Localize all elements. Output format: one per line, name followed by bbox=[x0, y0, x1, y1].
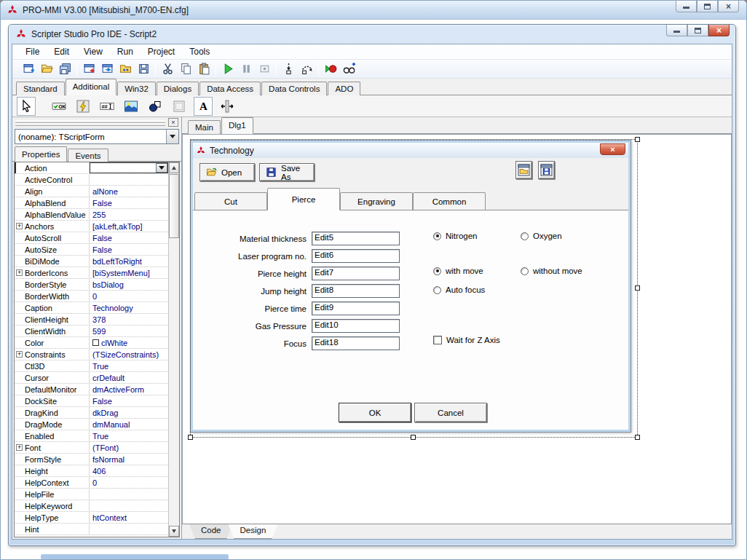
property-value[interactable]: clWhite bbox=[89, 337, 168, 348]
splitter-tool-icon[interactable] bbox=[218, 97, 237, 116]
property-value[interactable]: 599 bbox=[89, 326, 168, 336]
field-edit[interactable]: Edit5 bbox=[312, 232, 400, 245]
property-value[interactable]: True bbox=[89, 430, 168, 441]
resize-handle-bottom-mid[interactable] bbox=[411, 435, 416, 440]
inspector-dock-header[interactable]: × bbox=[14, 118, 180, 127]
palette-tab[interactable]: Data Access bbox=[199, 82, 261, 95]
property-value[interactable]: (TSizeConstraints) bbox=[89, 349, 168, 360]
ide-minimize-button[interactable] bbox=[666, 25, 687, 36]
add-watch-icon[interactable] bbox=[341, 61, 357, 76]
expand-plus-icon[interactable] bbox=[16, 269, 23, 276]
design-canvas[interactable]: Technology × Open bbox=[182, 134, 732, 524]
property-row[interactable]: AutoSize False bbox=[15, 244, 168, 256]
palette-tab[interactable]: Dialogs bbox=[157, 82, 199, 95]
cut-icon[interactable] bbox=[159, 61, 175, 76]
value-dropdown-icon[interactable] bbox=[156, 163, 167, 173]
document-tab[interactable]: Main bbox=[188, 120, 221, 134]
step-into-icon[interactable] bbox=[280, 61, 296, 76]
property-value[interactable] bbox=[89, 174, 168, 185]
property-row[interactable]: ClientHeight 378 bbox=[15, 314, 168, 326]
property-value[interactable]: dmActiveForm bbox=[89, 384, 168, 395]
stop-icon[interactable] bbox=[256, 61, 272, 76]
view-tab[interactable]: Code bbox=[189, 524, 233, 539]
property-row[interactable]: Cursor crDefault bbox=[15, 372, 168, 384]
property-value[interactable]: 378 bbox=[89, 314, 168, 325]
outer-close-button[interactable]: × bbox=[718, 1, 739, 12]
dialog-tab[interactable]: Common bbox=[413, 192, 486, 210]
property-row[interactable]: Height 406 bbox=[15, 465, 168, 477]
shape-tool-icon[interactable] bbox=[146, 97, 165, 116]
view-tab[interactable]: Design bbox=[229, 524, 278, 539]
pause-icon[interactable] bbox=[238, 61, 254, 76]
ide-close-button[interactable]: × bbox=[708, 25, 730, 36]
property-row[interactable]: DefaultMonitor dmActiveForm bbox=[15, 384, 168, 395]
cancel-button[interactable]: Cancel bbox=[414, 403, 487, 422]
property-value[interactable]: alNone bbox=[89, 186, 168, 197]
field-edit[interactable]: Edit7 bbox=[312, 267, 400, 280]
property-row[interactable]: AlphaBlend False bbox=[15, 197, 168, 209]
outer-maximize-button[interactable] bbox=[697, 1, 718, 12]
property-row[interactable]: Action bbox=[15, 162, 168, 174]
chevron-down-icon[interactable] bbox=[166, 130, 178, 143]
new-form-icon[interactable] bbox=[81, 61, 97, 76]
radio-option[interactable]: Nitrogen bbox=[433, 232, 521, 240]
field-edit[interactable]: Edit10 bbox=[312, 319, 400, 333]
bevel-tool-icon[interactable] bbox=[170, 97, 189, 116]
property-value[interactable]: True bbox=[89, 360, 168, 371]
menu-item[interactable]: Tools bbox=[182, 45, 217, 58]
step-over-icon[interactable] bbox=[299, 61, 315, 76]
dialog-tab[interactable]: Pierce bbox=[267, 188, 340, 210]
cursor-tool-icon[interactable] bbox=[17, 97, 36, 116]
property-value[interactable] bbox=[89, 500, 168, 511]
property-value[interactable]: bdLeftToRight bbox=[89, 256, 168, 267]
copy-icon[interactable] bbox=[178, 61, 194, 76]
property-row[interactable]: Constraints (TSizeConstraints) bbox=[15, 349, 168, 360]
menu-item[interactable]: Edit bbox=[47, 45, 76, 58]
resize-handle-bottom-right[interactable] bbox=[635, 435, 640, 440]
expand-plus-icon[interactable] bbox=[16, 223, 23, 229]
palette-tab[interactable]: Data Controls bbox=[261, 82, 327, 95]
radio-icon[interactable] bbox=[433, 286, 441, 294]
menu-item[interactable]: File bbox=[18, 45, 47, 58]
property-row[interactable]: Enabled True bbox=[15, 430, 168, 442]
speedbutton-tool-icon[interactable] bbox=[74, 97, 92, 116]
property-row[interactable]: Color clWhite bbox=[15, 337, 168, 349]
field-edit[interactable]: Edit8 bbox=[312, 284, 400, 298]
save-project-icon[interactable] bbox=[135, 61, 151, 76]
ok-button[interactable]: OK bbox=[339, 403, 411, 422]
palette-tab[interactable]: Additional bbox=[66, 79, 117, 95]
property-row[interactable]: Font (TFont) bbox=[15, 442, 168, 454]
show-form-icon[interactable] bbox=[99, 61, 115, 76]
property-value[interactable]: dmManual bbox=[89, 419, 168, 430]
field-edit[interactable]: Edit18 bbox=[312, 336, 400, 350]
maskedit-tool-icon[interactable]: ## bbox=[98, 97, 116, 116]
palette-tab[interactable]: Win32 bbox=[117, 82, 156, 95]
property-row[interactable]: AutoScroll False bbox=[15, 232, 168, 244]
property-value[interactable]: bsDialog bbox=[89, 279, 168, 290]
dialog-titlebar[interactable]: Technology × bbox=[193, 143, 628, 158]
property-value[interactable]: Technology bbox=[89, 302, 168, 313]
expand-plus-icon[interactable] bbox=[16, 444, 23, 451]
resize-handle-bottom-left[interactable] bbox=[188, 435, 193, 440]
property-value[interactable]: (TFont) bbox=[89, 442, 168, 453]
property-row[interactable]: HelpContext 0 bbox=[15, 477, 168, 489]
radio-icon[interactable] bbox=[521, 232, 529, 240]
property-row[interactable]: Align alNone bbox=[15, 186, 168, 197]
property-row[interactable]: DockSite False bbox=[15, 395, 168, 407]
property-row[interactable]: ActiveControl bbox=[15, 174, 168, 186]
outer-minimize-button[interactable] bbox=[676, 1, 697, 12]
property-row[interactable]: BorderIcons [biSystemMenu] bbox=[15, 267, 168, 279]
menu-item[interactable]: Project bbox=[141, 45, 182, 58]
dialog-close-button[interactable]: × bbox=[600, 143, 625, 155]
menu-item[interactable]: Run bbox=[110, 45, 141, 58]
image-tool-icon[interactable] bbox=[122, 97, 141, 116]
property-value[interactable]: 0 bbox=[89, 291, 168, 301]
property-row[interactable]: Hint bbox=[15, 524, 168, 535]
property-row[interactable]: Anchors [akLeft,akTop] bbox=[15, 221, 168, 232]
property-row[interactable]: BorderWidth 0 bbox=[15, 291, 168, 302]
bitbtn-tool-icon[interactable]: OK bbox=[50, 97, 68, 116]
expand-plus-icon[interactable] bbox=[16, 351, 23, 358]
inspector-tab[interactable]: Properties bbox=[15, 146, 67, 162]
scroll-down-icon[interactable] bbox=[169, 526, 179, 537]
property-value[interactable]: False bbox=[89, 395, 168, 406]
